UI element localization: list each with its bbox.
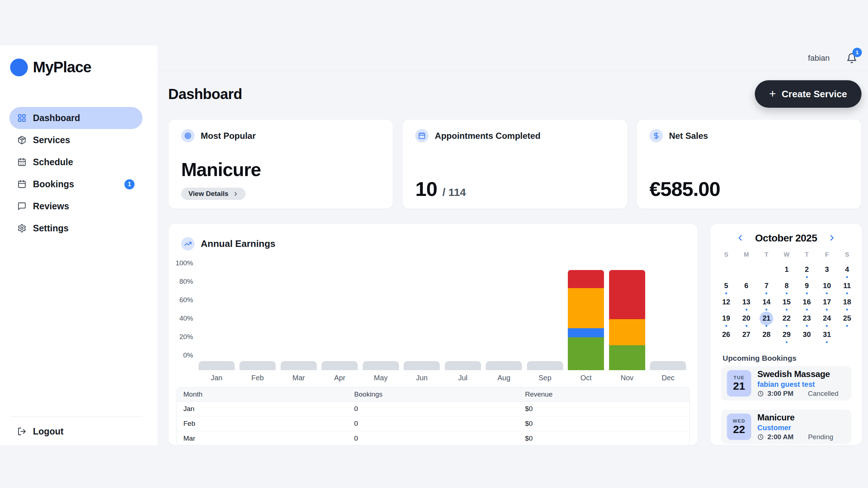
x-axis-label: Jun	[401, 374, 443, 382]
sidebar-item-bookings[interactable]: Bookings 1	[9, 173, 142, 195]
booking-dot	[826, 325, 828, 327]
table-row: Feb0$0	[177, 416, 689, 431]
calendar-day[interactable]: 5	[716, 278, 736, 294]
calendar-days-grid: 1234567891011121314151617181920212223242…	[716, 261, 857, 343]
calendar-day[interactable]: 3	[817, 261, 837, 278]
sidebar-nav: Dashboard Services Schedule Bookings 1 R…	[0, 107, 158, 239]
booking-dot	[725, 292, 727, 294]
sidebar-item-reviews[interactable]: Reviews	[9, 195, 142, 217]
stat-label: Appointments Completed	[435, 131, 540, 141]
booking-status: Cancelled	[808, 390, 839, 398]
calendar-day[interactable]: 1	[776, 261, 797, 278]
booking-date-badge: TUE 21	[727, 370, 751, 397]
calendar-next-button[interactable]	[826, 233, 837, 244]
chart-bar-segment-blue	[568, 328, 604, 337]
chart-bar	[237, 361, 278, 370]
calendar-day[interactable]: 12	[716, 294, 736, 310]
sidebar-item-services[interactable]: Services	[9, 129, 142, 151]
stat-card-appointments: Appointments Completed 10 / 114	[402, 119, 627, 209]
y-axis-tick: 40%	[169, 314, 193, 323]
calendar-icon	[415, 129, 429, 142]
y-axis-tick: 20%	[169, 333, 193, 341]
calendar-day[interactable]: 27	[736, 326, 757, 343]
calendar-day[interactable]: 7	[756, 278, 776, 294]
weekday-label: S	[837, 251, 857, 258]
calendar-day[interactable]: 10	[817, 278, 837, 294]
calendar-day[interactable]: 18	[837, 294, 857, 310]
booking-dot	[806, 276, 808, 278]
dollar-icon	[650, 129, 663, 142]
table-row: Jan0$0	[177, 401, 689, 416]
calendar-day[interactable]: 25	[837, 310, 857, 326]
table-row: Mar0$0	[177, 431, 689, 445]
calendar-day[interactable]: 16	[797, 294, 817, 310]
trending-up-icon	[181, 237, 195, 251]
booking-dot	[786, 309, 787, 311]
booking-service: Manicure	[757, 412, 833, 423]
booking-dot	[846, 276, 848, 278]
booking-time: 3:00 PM	[767, 390, 793, 398]
chart-bar-placeholder	[363, 361, 399, 370]
x-axis-label: Mar	[278, 374, 319, 382]
package-icon	[17, 136, 26, 145]
booking-dot	[826, 292, 828, 294]
sidebar-item-label: Settings	[33, 223, 69, 234]
calendar-day[interactable]: 24	[817, 310, 837, 326]
calendar-day[interactable]: 11	[837, 278, 857, 294]
calendar-day[interactable]: 6	[736, 278, 757, 294]
notifications-button[interactable]: 1	[846, 53, 857, 64]
calendar-day[interactable]: 8	[776, 278, 797, 294]
booking-card[interactable]: TUE 21 Swedish Massage fabian guest test…	[721, 366, 851, 401]
calendar-day[interactable]: 21	[756, 310, 776, 326]
chart-bar-placeholder	[527, 361, 563, 370]
clock-icon	[757, 390, 764, 397]
sidebar-item-dashboard[interactable]: Dashboard	[9, 107, 142, 129]
stat-value: 10 / 114	[415, 179, 614, 200]
x-axis-label: Nov	[607, 374, 648, 382]
view-details-button[interactable]: View Details	[181, 188, 246, 200]
calendar-day[interactable]: 15	[776, 294, 797, 310]
target-icon	[181, 129, 195, 142]
chart-bar	[196, 361, 237, 370]
calendar-day[interactable]: 23	[797, 310, 817, 326]
y-axis-tick: 80%	[169, 277, 193, 286]
bookings-count-badge: 1	[124, 179, 135, 189]
booking-dot	[766, 325, 767, 327]
chart-bar	[401, 361, 443, 370]
calendar-day[interactable]: 17	[817, 294, 837, 310]
calendar-day[interactable]: 20	[736, 310, 757, 326]
booking-customer-link[interactable]: fabian guest test	[757, 380, 838, 389]
calendar-day[interactable]: 13	[736, 294, 757, 310]
sidebar-item-settings[interactable]: Settings	[9, 217, 142, 239]
clock-icon	[757, 434, 764, 440]
chart-bar	[648, 361, 689, 370]
calendar-day[interactable]: 31	[817, 326, 837, 343]
calendar-day[interactable]: 14	[756, 294, 776, 310]
calendar-day[interactable]: 26	[716, 326, 736, 343]
calendar-day[interactable]: 2	[797, 261, 817, 278]
booking-customer-link[interactable]: Customer	[757, 424, 833, 432]
calendar-day[interactable]: 4	[837, 261, 857, 278]
sidebar-item-schedule[interactable]: Schedule	[9, 151, 142, 173]
sidebar-item-label: Services	[33, 135, 70, 145]
calendar-day[interactable]: 9	[797, 278, 817, 294]
create-service-button[interactable]: + Create Service	[755, 80, 861, 108]
sidebar-footer: Logout	[0, 416, 158, 445]
booking-card[interactable]: WED 22 Manicure Customer 2:00 AM Pending	[721, 410, 851, 444]
stat-label: Net Sales	[669, 131, 708, 141]
chart-bar-segment-green	[609, 345, 645, 370]
calendar-prev-button[interactable]	[735, 233, 746, 244]
username[interactable]: fabian	[808, 53, 830, 63]
chevron-right-icon	[233, 191, 238, 197]
logout-button[interactable]: Logout	[0, 426, 158, 437]
booking-dot	[846, 325, 848, 327]
calendar-day[interactable]: 19	[716, 310, 736, 326]
calendar-day[interactable]: 22	[776, 310, 797, 326]
calendar-day[interactable]: 29	[776, 326, 797, 343]
calendar-title: October 2025	[755, 232, 817, 244]
x-axis-label: May	[360, 374, 401, 382]
calendar-day[interactable]: 30	[797, 326, 817, 343]
calendar-day-empty	[837, 326, 857, 343]
chart-bar-segment-red	[609, 270, 645, 319]
calendar-day[interactable]: 28	[756, 326, 776, 343]
